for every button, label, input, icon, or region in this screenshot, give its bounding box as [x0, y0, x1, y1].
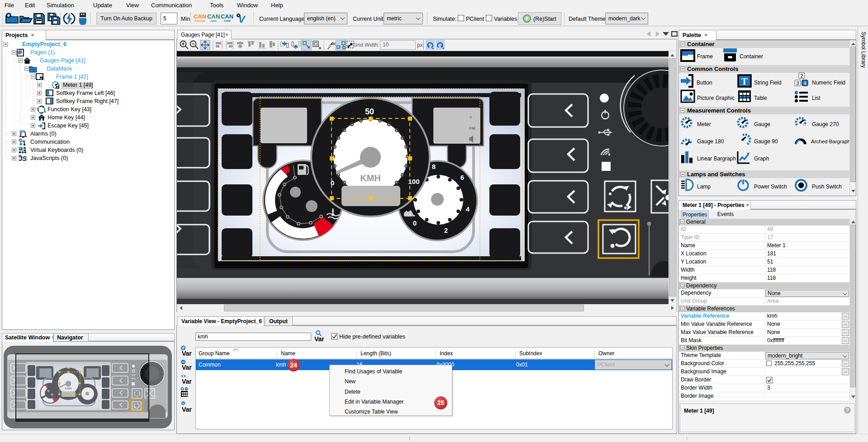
svg-text:Var: Var [182, 378, 192, 385]
svg-text:KMH: KMH [360, 173, 381, 183]
svg-text:Graph: Graph [754, 155, 769, 162]
svg-text:Function Key [43]: Function Key [43] [47, 106, 91, 113]
svg-text:Meter: Meter [697, 121, 711, 127]
svg-text:Softkey Frame Right [47]: Softkey Frame Right [47] [56, 98, 119, 104]
svg-text:Escape Key [45]: Escape Key [45] [47, 122, 89, 129]
svg-text:DataMask: DataMask [47, 66, 72, 72]
svg-text:List: List [812, 95, 821, 101]
svg-text:Lamps and Switches: Lamps and Switches [687, 171, 745, 178]
svg-text:3: 3 [797, 80, 799, 86]
svg-text:Gauges Page [41]: Gauges Page [41] [40, 57, 85, 64]
svg-text:CAN: CAN [207, 13, 220, 20]
svg-text:KMH: KMH [65, 387, 72, 390]
svg-text:2: 2 [444, 226, 448, 234]
svg-text:Power Switch: Power Switch [754, 183, 787, 190]
svg-text:Softkey Frame Left [46]: Softkey Frame Left [46] [56, 90, 115, 96]
svg-text:8: 8 [432, 163, 436, 170]
svg-text:Frame 1 [42]: Frame 1 [42] [56, 74, 88, 80]
svg-text:c: c [470, 115, 472, 119]
svg-text:Alarms (0): Alarms (0) [30, 131, 57, 137]
svg-text:Arched Bargraph: Arched Bargraph [811, 139, 850, 144]
svg-text:Lamp: Lamp [697, 183, 711, 190]
svg-text:String Field: String Field [754, 80, 782, 86]
svg-text:Picture Graphic: Picture Graphic [697, 95, 735, 101]
svg-text:50: 50 [365, 107, 374, 116]
svg-text:Virtual Keyboards (0): Virtual Keyboards (0) [30, 147, 83, 153]
svg-text:Var: Var [182, 350, 192, 357]
svg-text:Container: Container [740, 53, 763, 60]
svg-text:open: open [211, 19, 217, 22]
svg-text:EmptyProject_6: EmptyProject_6 [22, 41, 66, 47]
svg-text:Home Key [44]: Home Key [44] [47, 114, 85, 121]
svg-text:Communication: Communication [30, 139, 70, 145]
svg-text:Button: Button [697, 80, 712, 86]
svg-text:J1939: J1939 [224, 19, 231, 22]
svg-text:Gauge: Gauge [754, 121, 770, 127]
svg-text:Freestyle: Freestyle [194, 19, 205, 22]
svg-text:Container: Container [687, 41, 715, 47]
svg-text:50: 50 [67, 367, 70, 369]
svg-text:2: 2 [801, 73, 803, 79]
svg-text:Gauge 90: Gauge 90 [754, 138, 778, 145]
svg-text:Linear Bargraph: Linear Bargraph [697, 155, 736, 162]
svg-text:FM: FM [470, 126, 475, 131]
svg-text:Meter 1 [49]: Meter 1 [49] [63, 82, 93, 88]
svg-text:Numeric Field: Numeric Field [812, 80, 845, 86]
svg-text:6: 6 [460, 174, 464, 181]
svg-text:Frame: Frame [697, 53, 713, 60]
svg-text:0: 0 [413, 219, 417, 227]
svg-text:Gauge 270: Gauge 270 [812, 121, 839, 127]
svg-text:Table: Table [754, 95, 767, 101]
svg-text:4: 4 [804, 80, 806, 86]
svg-text:CAN: CAN [194, 13, 206, 20]
svg-text:Var: Var [182, 364, 192, 371]
svg-text:Gauge 180: Gauge 180 [697, 138, 724, 145]
svg-text:Measurement Controls: Measurement Controls [687, 107, 751, 114]
svg-text:T: T [741, 76, 748, 86]
svg-text:Common Controls: Common Controls [687, 66, 738, 72]
svg-text:Var: Var [182, 406, 192, 413]
svg-text:Var: Var [314, 335, 324, 343]
svg-text:Pages (1): Pages (1) [30, 49, 55, 56]
svg-text:CAN: CAN [221, 13, 233, 20]
svg-text:JavaScripts (0): JavaScripts (0) [30, 155, 68, 161]
svg-text:4: 4 [466, 205, 470, 213]
svg-text:Push Switch: Push Switch [812, 183, 842, 190]
svg-text:0: 0 [331, 179, 334, 187]
